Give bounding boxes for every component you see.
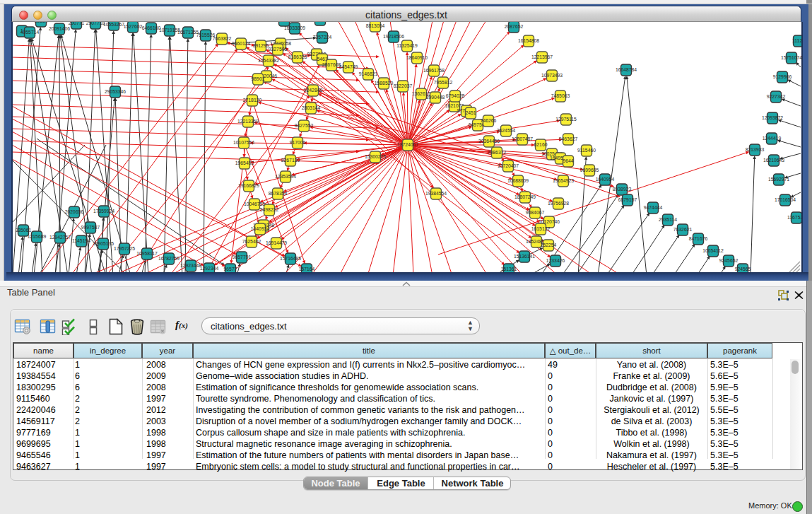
svg-text:19384554: 19384554	[425, 191, 447, 196]
svg-text:16782759: 16782759	[158, 256, 180, 261]
svg-text:10046755: 10046755	[244, 201, 265, 206]
svg-text:917006: 917006	[290, 140, 306, 145]
svg-text:8471676: 8471676	[689, 236, 708, 241]
svg-text:12213369: 12213369	[237, 119, 259, 124]
svg-text:12353594: 12353594	[275, 174, 296, 179]
svg-text:7986372: 7986372	[488, 150, 507, 155]
svg-text:16961758: 16961758	[423, 68, 445, 73]
svg-text:10553267: 10553267	[103, 22, 124, 27]
svg-text:15136141: 15136141	[514, 254, 535, 259]
svg-text:9327505: 9327505	[269, 47, 288, 52]
svg-text:18640910: 18640910	[406, 55, 428, 60]
svg-text:2087652: 2087652	[505, 24, 524, 29]
svg-text:10654112: 10654112	[702, 248, 724, 253]
svg-text:15751074: 15751074	[781, 55, 801, 60]
svg-text:15692971: 15692971	[768, 177, 789, 182]
svg-text:9146821: 9146821	[359, 71, 378, 76]
svg-text:8660124: 8660124	[232, 41, 251, 46]
svg-text:7357224: 7357224	[313, 35, 332, 40]
svg-text:1615132: 1615132	[531, 226, 551, 231]
svg-text:9084067: 9084067	[526, 210, 545, 215]
svg-text:12905135: 12905135	[93, 241, 114, 246]
svg-text:17957225: 17957225	[114, 246, 135, 251]
svg-text:9644: 9644	[563, 158, 573, 163]
svg-text:1640934: 1640934	[251, 226, 270, 231]
svg-text:18724007: 18724007	[397, 142, 418, 147]
svg-text:2020656: 2020656	[65, 209, 84, 214]
svg-text:12093872: 12093872	[762, 115, 783, 120]
svg-text:9463627: 9463627	[559, 136, 578, 141]
svg-text:7955812: 7955812	[434, 80, 453, 85]
svg-text:11124: 11124	[792, 38, 801, 43]
svg-text:1588520: 1588520	[375, 81, 394, 86]
svg-text:8267130: 8267130	[281, 158, 300, 163]
svg-text:8454749: 8454749	[339, 64, 358, 69]
svg-text:16671355: 16671355	[177, 30, 199, 35]
svg-text:15300275: 15300275	[365, 154, 386, 159]
svg-text:290771: 290771	[69, 22, 85, 25]
svg-text:2803144: 2803144	[302, 105, 321, 110]
svg-text:252254: 252254	[541, 243, 557, 247]
svg-text:157164: 157164	[299, 267, 315, 271]
svg-text:15716485: 15716485	[280, 256, 301, 261]
svg-text:17016504: 17016504	[775, 197, 796, 202]
svg-text:7485063: 7485063	[551, 93, 570, 98]
svg-text:2907718: 2907718	[86, 22, 105, 25]
svg-text:9245652: 9245652	[719, 258, 739, 263]
svg-text:6879197: 6879197	[618, 197, 637, 202]
svg-text:924565: 924565	[735, 267, 751, 271]
svg-text:10107554: 10107554	[233, 140, 254, 145]
svg-text:9699695: 9699695	[580, 168, 599, 173]
svg-text:9997587: 9997587	[81, 225, 100, 230]
svg-text:8213933: 8213933	[746, 147, 765, 152]
svg-text:7625402: 7625402	[242, 239, 261, 244]
svg-text:12923448: 12923448	[180, 263, 201, 268]
svg-text:8678354: 8678354	[269, 191, 288, 196]
svg-text:8186328: 8186328	[288, 54, 307, 59]
svg-text:16033809: 16033809	[284, 25, 305, 30]
svg-text:12213967: 12213967	[531, 54, 553, 59]
svg-text:1965492: 1965492	[235, 160, 254, 165]
svg-text:29053346: 29053346	[105, 89, 126, 94]
svg-text:8813054: 8813054	[366, 23, 385, 28]
svg-text:17359924: 17359924	[93, 209, 114, 214]
svg-text:891295: 891295	[253, 43, 269, 48]
svg-text:98901: 98901	[252, 76, 265, 81]
svg-text:1292344: 1292344	[200, 266, 219, 271]
svg-text:10807487: 10807487	[512, 136, 533, 141]
svg-text:9115460: 9115460	[577, 148, 596, 153]
svg-text:1733426: 1733426	[546, 258, 565, 263]
svg-text:1527602: 1527602	[124, 24, 143, 29]
svg-text:7663822: 7663822	[213, 36, 232, 41]
svg-text:96577: 96577	[224, 267, 237, 271]
svg-text:1145194: 1145194	[72, 238, 90, 243]
svg-text:7632621: 7632621	[673, 227, 693, 232]
svg-text:9227342: 9227342	[767, 94, 786, 99]
svg-text:19654923: 19654923	[553, 178, 574, 183]
svg-text:1640954: 1640954	[596, 177, 615, 182]
svg-text:18807249: 18807249	[514, 194, 536, 199]
svg-text:16154808: 16154808	[518, 38, 539, 43]
svg-text:9474444: 9474444	[644, 205, 663, 210]
svg-text:11325419: 11325419	[396, 43, 418, 48]
svg-text:8938923: 8938923	[613, 187, 632, 192]
svg-text:10688609: 10688609	[507, 178, 529, 183]
svg-text:746266: 746266	[481, 118, 497, 123]
svg-text:1215689: 1215689	[28, 234, 47, 239]
svg-text:160338: 160338	[276, 22, 293, 23]
svg-text:3624554: 3624554	[497, 128, 516, 133]
svg-text:6466160: 6466160	[142, 25, 161, 30]
svg-text:19218506: 19218506	[383, 34, 404, 39]
svg-text:62160: 62160	[534, 142, 548, 147]
svg-text:16210643: 16210643	[763, 158, 784, 163]
svg-text:16648784: 16648784	[616, 67, 637, 72]
svg-text:10543382: 10543382	[258, 58, 279, 63]
svg-text:5498222: 5498222	[260, 207, 279, 212]
svg-text:2451: 2451	[465, 110, 476, 115]
svg-text:12942757: 12942757	[49, 235, 71, 240]
svg-text:9242848: 9242848	[304, 88, 323, 93]
svg-text:9657791: 9657791	[233, 255, 252, 259]
svg-text:16914479: 16914479	[266, 240, 287, 245]
svg-text:1244419: 1244419	[763, 136, 782, 141]
svg-text:19884: 19884	[35, 22, 48, 23]
